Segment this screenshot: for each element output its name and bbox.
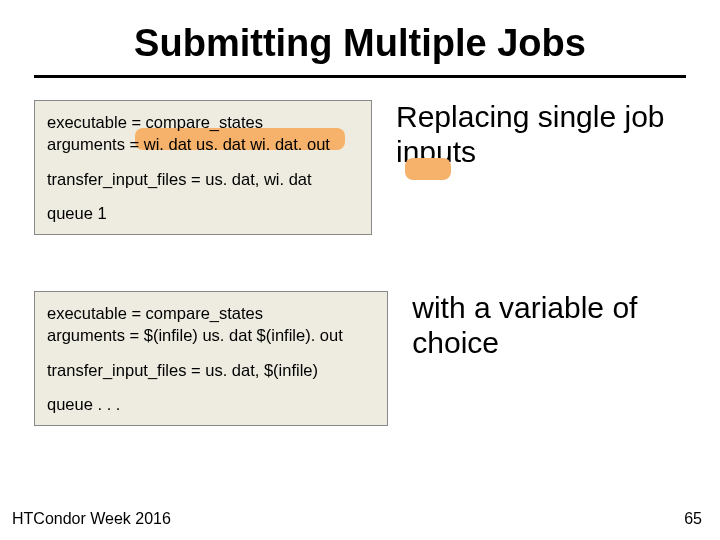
code-line: arguments = $(infile) us. dat $(infile).…: [47, 324, 375, 346]
title-rule: [34, 75, 686, 78]
code-line: arguments = wi. dat us. dat wi. dat. out: [47, 133, 359, 155]
code-line: transfer_input_files = us. dat, wi. dat: [47, 168, 359, 190]
code-line: queue . . .: [47, 393, 375, 415]
footer-text: HTCondor Week 2016: [12, 510, 171, 528]
code-line: transfer_input_files = us. dat, $(infile…: [47, 359, 375, 381]
slide: Submitting Multiple Jobs executable = co…: [0, 0, 720, 540]
code-line: queue 1: [47, 202, 359, 224]
code-line: executable = compare_states: [47, 302, 375, 324]
highlight-right-pill: [405, 158, 451, 180]
side-text-2: with a variable of choice: [412, 291, 686, 360]
row-1: executable = compare_states arguments = …: [34, 100, 686, 235]
page-number: 65: [684, 510, 702, 528]
code-line: executable = compare_states: [47, 111, 359, 133]
code-box-1: executable = compare_states arguments = …: [34, 100, 372, 235]
slide-title: Submitting Multiple Jobs: [0, 0, 720, 65]
row-2: executable = compare_states arguments = …: [34, 291, 686, 426]
code-box-2: executable = compare_states arguments = …: [34, 291, 388, 426]
